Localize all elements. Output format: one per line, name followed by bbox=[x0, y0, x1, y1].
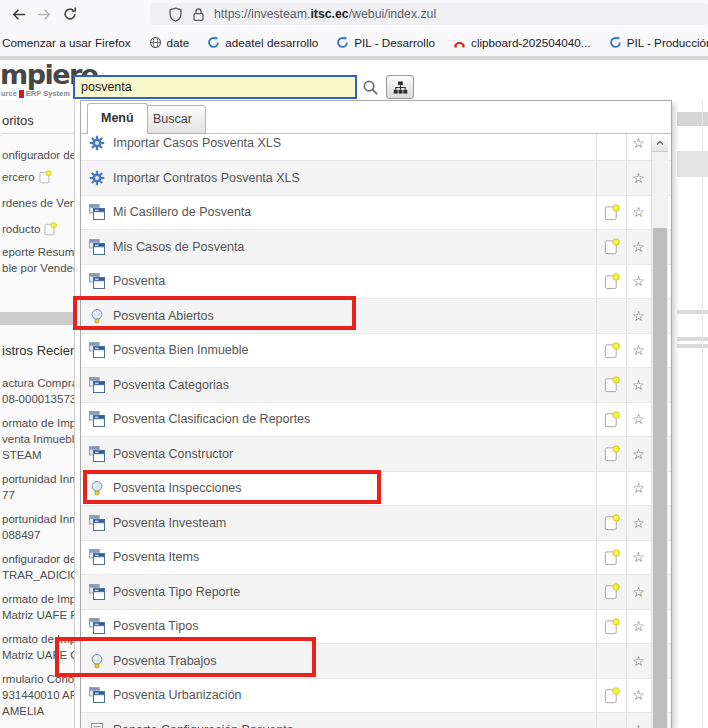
star-icon[interactable]: ☆ bbox=[632, 204, 645, 220]
star-icon[interactable]: ☆ bbox=[632, 549, 645, 565]
url-bar[interactable]: https://investeam.itsc.ec/webui/index.zu… bbox=[150, 3, 708, 25]
star-icon[interactable]: ☆ bbox=[632, 308, 645, 324]
recent-item[interactable]: rmulario Cono 931440010 ARI AMELIA bbox=[2, 671, 74, 719]
menu-item-row[interactable]: Mis Casos de Posventa ☆ bbox=[81, 230, 671, 265]
shield-icon[interactable] bbox=[168, 7, 183, 22]
new-record-icon[interactable] bbox=[603, 549, 620, 566]
new-record-cell bbox=[596, 541, 626, 575]
menu-item-row[interactable]: Posventa Bien Inmueble ☆ bbox=[81, 334, 671, 369]
bookmark-item[interactable]: PIL - Desarrollo bbox=[336, 36, 435, 49]
star-icon[interactable]: ☆ bbox=[632, 170, 645, 186]
menu-item-row[interactable]: Posventa Inspecciones ☆ bbox=[81, 472, 671, 507]
search-button[interactable] bbox=[359, 76, 382, 98]
new-record-cell bbox=[596, 403, 626, 437]
recent-item[interactable]: ormato de Impr venta Inmueble STEAM bbox=[2, 415, 74, 463]
recent-item[interactable]: onfigurador del TRAR_ADICION bbox=[2, 551, 74, 583]
favorite-line[interactable]: ble por Vended bbox=[2, 260, 74, 276]
star-icon[interactable]: ☆ bbox=[632, 480, 645, 496]
lock-icon[interactable] bbox=[191, 7, 206, 22]
new-record-icon[interactable] bbox=[603, 376, 620, 393]
star-icon[interactable]: ☆ bbox=[632, 515, 645, 531]
list-scrollbar[interactable] bbox=[651, 135, 668, 728]
menu-item-row[interactable]: Posventa Categorias ☆ bbox=[81, 368, 671, 403]
star-icon[interactable]: ☆ bbox=[632, 377, 645, 393]
new-record-icon[interactable] bbox=[603, 687, 620, 704]
menu-item-row[interactable]: Importar Contratos Posventa XLS ☆ bbox=[81, 161, 671, 196]
global-search-input[interactable] bbox=[73, 75, 357, 99]
recent-line: 088497 bbox=[2, 527, 74, 543]
favorite-item[interactable]: rdenes de Vent bbox=[2, 192, 74, 214]
recent-line: STEAM bbox=[2, 447, 74, 463]
favorite-line[interactable]: onfigurador del bbox=[2, 144, 74, 166]
star-icon[interactable]: ☆ bbox=[632, 411, 645, 427]
recent-item[interactable]: portunidad Inm 77 bbox=[2, 471, 74, 503]
bookmark-label: Comenzar a usar Firefox bbox=[2, 36, 131, 49]
star-icon[interactable]: ☆ bbox=[632, 687, 645, 703]
new-record-icon[interactable] bbox=[603, 583, 620, 600]
bookmark-item[interactable]: date bbox=[149, 36, 190, 49]
scroll-up-button[interactable] bbox=[652, 135, 668, 152]
favorite-item[interactable]: roducto bbox=[2, 218, 74, 240]
new-record-icon[interactable] bbox=[38, 170, 52, 184]
forward-button[interactable] bbox=[34, 4, 54, 24]
star-icon[interactable]: ☆ bbox=[632, 273, 645, 289]
report-bulb-icon bbox=[89, 480, 105, 496]
tab-menu[interactable]: Menú bbox=[87, 103, 148, 134]
new-record-icon[interactable] bbox=[603, 273, 620, 290]
scrollbar-thumb[interactable] bbox=[653, 228, 667, 728]
favorite-line[interactable]: rdenes de Vent bbox=[2, 192, 74, 214]
star-icon[interactable]: ☆ bbox=[632, 446, 645, 462]
star-icon[interactable]: ☆ bbox=[632, 239, 645, 255]
favorite-line[interactable]: roducto bbox=[2, 218, 74, 240]
favorite-line[interactable]: eporte Resumid bbox=[2, 244, 74, 260]
menu-item-row[interactable]: Posventa Investeam ☆ bbox=[81, 506, 671, 541]
bookmark-label: clipboard-202504040... bbox=[471, 36, 591, 49]
recent-item[interactable]: portunidad Inm 088497 bbox=[2, 511, 74, 543]
star-icon[interactable]: ☆ bbox=[632, 342, 645, 358]
new-record-icon[interactable] bbox=[603, 514, 620, 531]
recent-items-header: istros Recien bbox=[2, 338, 74, 364]
bookmark-item[interactable]: clipboard-202504040... bbox=[453, 36, 591, 49]
menu-item-row[interactable]: Posventa Clasificacion de Reportes ☆ bbox=[81, 403, 671, 438]
menu-item-row[interactable]: Posventa ☆ bbox=[81, 265, 671, 300]
star-icon[interactable]: ☆ bbox=[632, 722, 645, 728]
new-record-icon[interactable] bbox=[603, 411, 620, 428]
menu-item-row[interactable]: Posventa Abiertos ☆ bbox=[81, 299, 671, 334]
recent-item[interactable]: ormato de Impr Matriz UAFE F bbox=[2, 591, 74, 623]
menu-item-row[interactable]: Posventa Constructor ☆ bbox=[81, 437, 671, 472]
new-record-icon[interactable] bbox=[603, 342, 620, 359]
new-record-icon[interactable] bbox=[603, 238, 620, 255]
recent-item[interactable]: ormato de Impr Matriz UAFE C bbox=[2, 631, 74, 663]
blue-favicon bbox=[207, 36, 220, 49]
star-icon[interactable]: ☆ bbox=[632, 653, 645, 669]
back-button[interactable] bbox=[8, 4, 28, 24]
new-record-icon[interactable] bbox=[43, 222, 57, 236]
favorite-item[interactable]: onfigurador del ercero bbox=[2, 144, 74, 188]
menu-item-row[interactable]: Mi Casillero de Posventa ☆ bbox=[81, 196, 671, 231]
bookmark-item[interactable]: PIL - Producción bbox=[609, 36, 708, 49]
star-icon[interactable]: ☆ bbox=[632, 584, 645, 600]
menu-item-row[interactable]: Importar Casos Posventa XLS ☆ bbox=[81, 134, 671, 161]
menu-item-label: Posventa bbox=[113, 274, 596, 288]
new-record-icon[interactable] bbox=[603, 445, 620, 462]
bookmark-item[interactable]: adeatel desarrollo bbox=[207, 36, 318, 49]
star-icon[interactable]: ☆ bbox=[632, 618, 645, 634]
new-record-icon[interactable] bbox=[603, 204, 620, 221]
new-record-cell bbox=[596, 368, 626, 402]
bookmark-item[interactable]: Comenzar a usar Firefox bbox=[2, 36, 131, 49]
menu-item-row[interactable]: Posventa Items ☆ bbox=[81, 541, 671, 576]
favorite-item[interactable]: eporte Resumid ble por Vended bbox=[2, 244, 74, 276]
menu-item-row[interactable]: Posventa Urbanización ☆ bbox=[81, 679, 671, 714]
new-record-icon[interactable] bbox=[603, 618, 620, 635]
tab-buscar[interactable]: Buscar bbox=[139, 105, 206, 134]
new-record-cell bbox=[596, 134, 626, 160]
recent-item[interactable]: actura Compra: 08-000013573 bbox=[2, 375, 74, 407]
reload-button[interactable] bbox=[60, 4, 80, 24]
menu-item-row[interactable]: Posventa Tipo Reporte ☆ bbox=[81, 575, 671, 610]
star-icon[interactable]: ☆ bbox=[632, 135, 645, 151]
menu-item-row[interactable]: Posventa Trabajos ☆ bbox=[81, 644, 671, 679]
menu-item-row[interactable]: Posventa Tipos ☆ bbox=[81, 610, 671, 645]
menu-item-row[interactable]: Reporte Configuración Posventa ☆ bbox=[81, 713, 671, 728]
favorite-line[interactable]: ercero bbox=[2, 166, 74, 188]
menu-tree-button[interactable] bbox=[386, 75, 414, 99]
